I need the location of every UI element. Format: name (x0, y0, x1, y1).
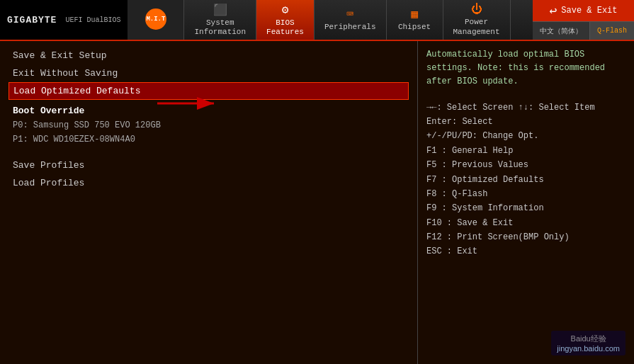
save-icon: ↩ (549, 3, 557, 18)
uefi-label: UEFI DualBIOS (65, 16, 120, 24)
language-button[interactable]: 中文（简体） (533, 21, 589, 40)
peripheral-icon: ⌨ (346, 7, 353, 21)
keybind-change-opt: +/-/PU/PD: Change Opt. (426, 129, 625, 143)
red-arrow-annotation (156, 91, 220, 116)
lang-qflash-bar: 中文（简体） Q-Flash (533, 21, 634, 40)
menu-item-exit-without-saving[interactable]: Exit Without Saving (9, 64, 409, 82)
keybind-f8: F8 : Q-Flash (426, 187, 625, 201)
keybind-f5: F5 : Previous Values (426, 158, 625, 172)
header-right: ↩ Save & Exit 中文（简体） Q-Flash (533, 0, 634, 40)
mit-icon: M.I.T (145, 8, 166, 30)
gear-icon: ⚙ (282, 3, 289, 17)
tab-chipset-label: Chipset (398, 23, 431, 32)
tab-peripherals-label: Peripherals (324, 23, 376, 32)
tab-save-exit[interactable]: ↩ Save & Exit (533, 0, 634, 21)
tab-power-management[interactable]: ⏻ PowerManagement (443, 0, 511, 40)
power-icon: ⏻ (471, 3, 482, 16)
tab-power-label: PowerManagement (453, 18, 500, 36)
tab-peripherals[interactable]: ⌨ Peripherals (315, 0, 387, 40)
tab-mit[interactable]: M.I.T (128, 0, 184, 40)
header: GIGABYTE UEFI DualBIOS M.I.T ⬛ SystemInf… (0, 0, 634, 41)
keybind-f1: F1 : General Help (426, 144, 625, 158)
boot-device-p0[interactable]: P0: Samsung SSD 750 EVO 120GB (9, 118, 409, 132)
help-text: Automatically load optimal BIOSsettings.… (426, 48, 625, 89)
right-panel: Automatically load optimal BIOSsettings.… (418, 41, 634, 364)
keybind-section: →←: Select Screen ↑↓: Select Item Enter:… (426, 101, 625, 259)
tab-bios-features[interactable]: ⚙ BIOSFeatures (256, 0, 315, 40)
keybind-f12: F12 : Print Screen(BMP Only) (426, 230, 625, 244)
arrow-svg (156, 91, 220, 116)
keybind-f7: F7 : Optimized Defaults (426, 173, 625, 187)
tab-system-info-label: SystemInformation (194, 18, 246, 37)
logo-area: GIGABYTE UEFI DualBIOS (0, 0, 128, 40)
keybind-enter: Enter: Select (426, 115, 625, 129)
chipset-icon: ▦ (411, 7, 418, 21)
keybind-f10: F10 : Save & Exit (426, 216, 625, 230)
boot-device-p1[interactable]: P1: WDC WD10EZEX-08WN4A0 (9, 132, 409, 147)
keybind-select-screen: →←: Select Screen ↑↓: Select Item (426, 101, 625, 115)
keybind-f9: F9 : System Information (426, 201, 625, 215)
keybind-esc: ESC : Exit (426, 244, 625, 258)
watermark-line1: Baidu经验 (557, 334, 620, 344)
save-exit-label: Save & Exit (561, 6, 617, 16)
qflash-button[interactable]: Q-Flash (589, 21, 634, 40)
menu-item-load-profiles[interactable]: Load Profiles (9, 174, 409, 192)
nav-tabs: M.I.T ⬛ SystemInformation ⚙ BIOSFeatures… (128, 0, 533, 40)
tab-system-information[interactable]: ⬛ SystemInformation (184, 0, 256, 40)
watermark-line2: jingyan.baidu.com (557, 344, 620, 353)
tab-chipset[interactable]: ▦ Chipset (387, 0, 443, 40)
left-panel: Save & Exit Setup Exit Without Saving Lo… (0, 41, 418, 364)
menu-item-save-exit-setup[interactable]: Save & Exit Setup (9, 47, 409, 64)
main-content: Save & Exit Setup Exit Without Saving Lo… (0, 41, 634, 364)
menu-item-save-profiles[interactable]: Save Profiles (9, 157, 409, 174)
gigabyte-logo: GIGABYTE (7, 15, 57, 25)
monitor-icon: ⬛ (213, 3, 227, 17)
tab-bios-features-label: BIOSFeatures (266, 18, 304, 37)
watermark: Baidu经验 jingyan.baidu.com (551, 331, 625, 356)
